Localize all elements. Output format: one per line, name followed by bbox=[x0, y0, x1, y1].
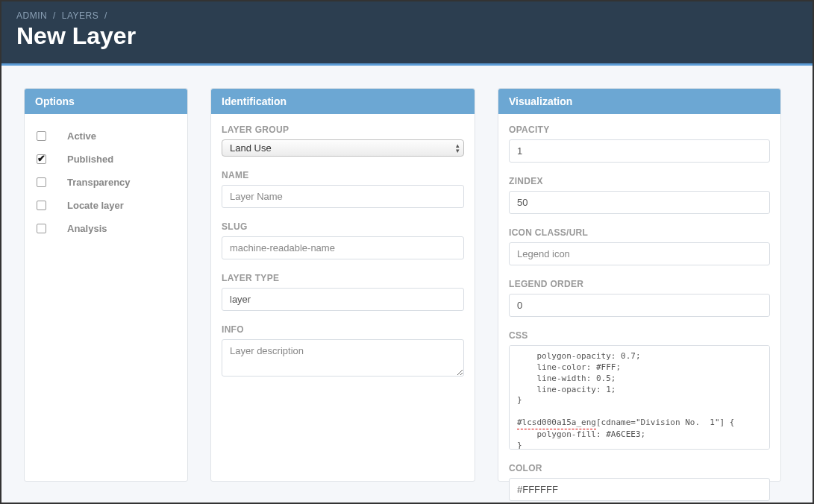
breadcrumb-sep: / bbox=[104, 10, 107, 21]
option-label: Active bbox=[67, 130, 96, 142]
content: Options Active Published Transparency Lo… bbox=[1, 66, 813, 504]
panel-identification: Identification LAYER GROUP Land Use ▴▾ N… bbox=[210, 88, 475, 482]
input-name[interactable] bbox=[222, 185, 464, 208]
option-transparency: Transparency bbox=[35, 171, 177, 194]
option-label: Published bbox=[67, 154, 113, 165]
input-layer-type[interactable] bbox=[222, 288, 464, 311]
textarea-info[interactable] bbox=[222, 339, 464, 377]
breadcrumb-sep: / bbox=[53, 10, 56, 21]
field-info: INFO bbox=[222, 324, 464, 379]
panel-visualization-body: OPACITY ZINDEX ICON CLASS/URL LEGEND ORD… bbox=[498, 114, 780, 504]
input-color[interactable] bbox=[509, 478, 770, 501]
header: ADMIN / LAYERS / New Layer bbox=[1, 1, 813, 66]
select-wrap: Land Use ▴▾ bbox=[222, 139, 464, 157]
textarea-css[interactable]: polygon-opacity: 0.7; line-color: #FFF; … bbox=[509, 345, 770, 450]
label-name: NAME bbox=[222, 170, 464, 180]
label-info: INFO bbox=[222, 324, 464, 335]
field-css: CSS polygon-opacity: 0.7; line-color: #F… bbox=[509, 330, 770, 450]
panel-options: Options Active Published Transparency Lo… bbox=[24, 88, 188, 482]
option-label: Analysis bbox=[67, 223, 107, 234]
input-slug[interactable] bbox=[222, 236, 464, 259]
label-layer-group: LAYER GROUP bbox=[222, 125, 464, 135]
panel-options-heading: Options bbox=[25, 89, 187, 114]
field-zindex: ZINDEX bbox=[509, 176, 770, 214]
input-icon[interactable] bbox=[509, 242, 770, 265]
checkbox-transparency[interactable] bbox=[37, 177, 46, 187]
select-layer-group[interactable]: Land Use bbox=[222, 139, 464, 157]
option-active: Active bbox=[35, 125, 177, 148]
label-color: COLOR bbox=[509, 463, 770, 473]
field-name: NAME bbox=[222, 170, 464, 208]
label-opacity: OPACITY bbox=[509, 125, 770, 135]
option-label: Locate layer bbox=[67, 200, 124, 211]
option-published: Published bbox=[35, 148, 177, 171]
field-icon: ICON CLASS/URL bbox=[509, 227, 770, 265]
checkbox-active[interactable] bbox=[37, 131, 46, 141]
field-layer-type: LAYER TYPE bbox=[222, 273, 464, 311]
panel-options-body: Active Published Transparency Locate lay… bbox=[25, 114, 187, 255]
panel-visualization: Visualization OPACITY ZINDEX ICON CLASS/… bbox=[498, 88, 781, 482]
page-title: New Layer bbox=[16, 22, 798, 50]
field-opacity: OPACITY bbox=[509, 125, 770, 163]
field-layer-group: LAYER GROUP Land Use ▴▾ bbox=[222, 125, 464, 157]
option-locate-layer: Locate layer bbox=[35, 194, 177, 217]
option-analysis: Analysis bbox=[35, 217, 177, 240]
field-color: COLOR bbox=[509, 463, 770, 501]
checkbox-published[interactable] bbox=[37, 154, 46, 164]
input-legend-order[interactable] bbox=[509, 294, 770, 317]
label-css: CSS bbox=[509, 330, 770, 341]
label-slug: SLUG bbox=[222, 221, 464, 232]
checkbox-locate-layer[interactable] bbox=[37, 201, 46, 210]
panel-identification-body: LAYER GROUP Land Use ▴▾ NAME SLUG LAYER … bbox=[211, 114, 475, 407]
breadcrumb-layers[interactable]: LAYERS bbox=[62, 10, 98, 21]
field-legend-order: LEGEND ORDER bbox=[509, 279, 770, 317]
input-zindex[interactable] bbox=[509, 191, 770, 214]
checkbox-analysis[interactable] bbox=[37, 224, 46, 233]
field-slug: SLUG bbox=[222, 221, 464, 259]
label-layer-type: LAYER TYPE bbox=[222, 273, 464, 283]
label-icon: ICON CLASS/URL bbox=[509, 227, 770, 238]
option-label: Transparency bbox=[67, 177, 131, 188]
breadcrumb-admin[interactable]: ADMIN bbox=[16, 10, 47, 21]
panel-identification-heading: Identification bbox=[211, 89, 475, 114]
input-opacity[interactable] bbox=[509, 139, 770, 163]
label-zindex: ZINDEX bbox=[509, 176, 770, 186]
label-legend-order: LEGEND ORDER bbox=[509, 279, 770, 289]
breadcrumb: ADMIN / LAYERS / bbox=[16, 10, 798, 21]
panel-visualization-heading: Visualization bbox=[498, 89, 780, 114]
